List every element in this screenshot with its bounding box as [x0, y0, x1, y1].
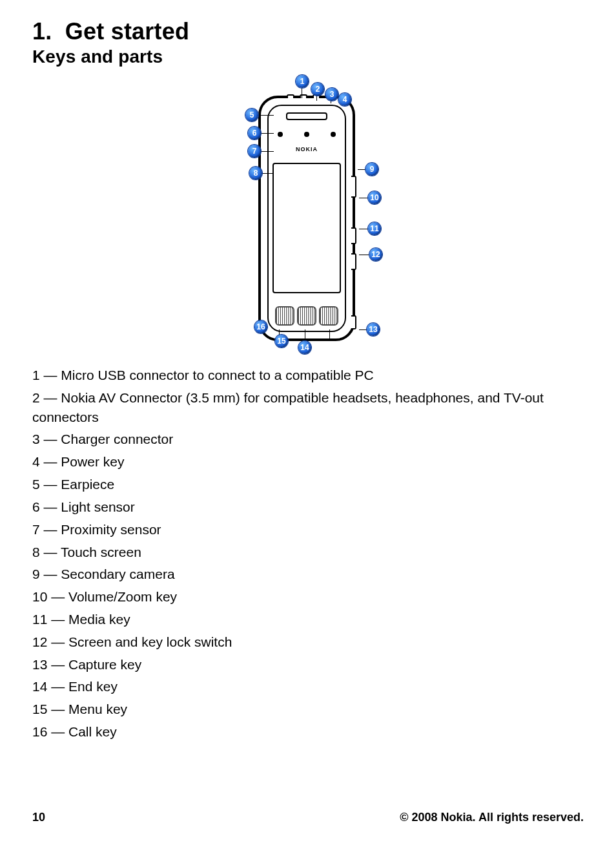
callout-5: 5 [245, 109, 258, 121]
phone-body: NOKIA [258, 96, 355, 341]
callout-6: 6 [248, 127, 261, 140]
callout-9: 9 [365, 163, 378, 176]
part-item: 3 — Charger connector [32, 430, 584, 449]
callout-16: 16 [254, 320, 267, 333]
bottom-keys-graphic [275, 306, 338, 326]
part-item: 11 — Media key [32, 610, 584, 629]
part-item: 12 — Screen and key lock switch [32, 632, 584, 652]
callout-4: 4 [338, 93, 351, 106]
part-item: 9 — Secondary camera [32, 565, 584, 584]
brand-label: NOKIA [296, 146, 318, 152]
callout-10: 10 [368, 191, 381, 204]
screen-graphic [272, 163, 341, 293]
phone-diagram: NOKIA [32, 74, 584, 358]
part-item: 4 — Power key [32, 452, 584, 472]
part-item: 8 — Touch screen [32, 543, 584, 562]
section-number: 1. [32, 18, 52, 45]
section-title-text: Get started [65, 18, 189, 45]
callout-14: 14 [298, 341, 311, 354]
copyright-text: © 2008 Nokia. All rights reserved. [400, 811, 584, 824]
part-item: 5 — Earpiece [32, 475, 584, 494]
parts-list: 1 — Micro USB connector to connect to a … [32, 366, 584, 742]
part-item: 1 — Micro USB connector to connect to a … [32, 366, 584, 385]
part-item: 15 — Menu key [32, 700, 584, 719]
callout-7: 7 [248, 145, 261, 158]
part-item: 14 — End key [32, 677, 584, 696]
callout-3: 3 [325, 88, 338, 101]
callout-15: 15 [275, 335, 288, 348]
part-item: 16 — Call key [32, 722, 584, 742]
callout-13: 13 [367, 323, 380, 336]
page-number: 10 [32, 811, 45, 824]
callout-2: 2 [311, 83, 324, 96]
earpiece-graphic [286, 112, 327, 120]
part-item: 10 — Volume/Zoom key [32, 587, 584, 607]
callout-1: 1 [296, 75, 309, 88]
part-item: 13 — Capture key [32, 655, 584, 674]
callout-8: 8 [249, 167, 262, 180]
part-item: 7 — Proximity sensor [32, 520, 584, 539]
callout-12: 12 [369, 248, 382, 261]
part-item: 2 — Nokia AV Connector (3.5 mm) for comp… [32, 388, 584, 427]
part-item: 6 — Light sensor [32, 497, 584, 517]
callout-11: 11 [368, 222, 381, 235]
section-subtitle: Keys and parts [32, 47, 584, 67]
section-heading: 1. Get started [32, 18, 584, 45]
